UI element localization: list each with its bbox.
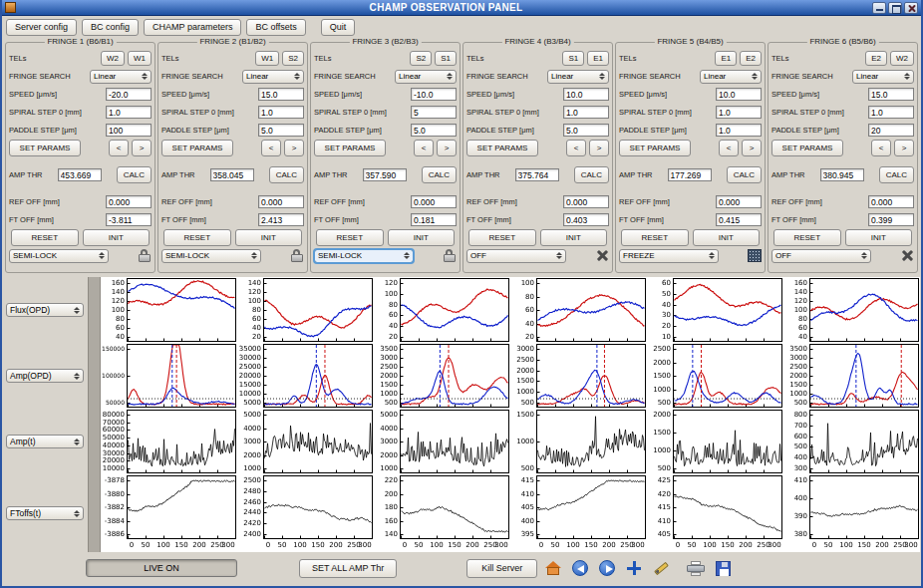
paddle-step-input[interactable] (563, 124, 609, 137)
edit-button[interactable] (650, 557, 672, 579)
spiral-step-input[interactable] (868, 106, 914, 119)
paddle-step-input[interactable] (716, 124, 762, 137)
spiral-step-input[interactable] (106, 106, 152, 119)
calc-button[interactable]: CALC (422, 166, 457, 183)
amp-thr-input[interactable] (820, 168, 864, 181)
set-params-button[interactable]: SET PARAMS (9, 140, 81, 156)
forward-button[interactable] (596, 557, 618, 579)
set-params-button[interactable]: SET PARAMS (619, 140, 691, 156)
step-prev-button[interactable]: < (719, 140, 739, 156)
quit-button[interactable]: Quit (321, 19, 356, 36)
fringe-search-select[interactable]: Linear (852, 70, 914, 84)
kill-server-button[interactable]: Kill Server (466, 559, 537, 578)
init-button[interactable]: INIT (388, 229, 456, 246)
spiral-step-input[interactable] (258, 106, 304, 119)
step-next-button[interactable]: > (742, 140, 762, 156)
mode-select[interactable]: OFF (771, 249, 871, 263)
close-button[interactable] (904, 2, 918, 14)
step-prev-button[interactable]: < (414, 140, 434, 156)
mode-select[interactable]: OFF (466, 249, 566, 263)
amp-thr-input[interactable] (58, 168, 102, 181)
speed-input[interactable] (563, 88, 609, 101)
amp-thr-input[interactable] (668, 168, 712, 181)
tel-button-1[interactable]: S2 (410, 51, 432, 66)
step-prev-button[interactable]: < (871, 140, 891, 156)
ref-off-input[interactable] (411, 195, 457, 208)
step-prev-button[interactable]: < (566, 140, 586, 156)
fringe-search-select[interactable]: Linear (547, 70, 609, 84)
paddle-step-input[interactable] (411, 124, 457, 137)
step-prev-button[interactable]: < (109, 140, 129, 156)
tel-button-2[interactable]: E1 (587, 51, 609, 66)
plot-row-select-ampopd[interactable]: Amp(OPD) (6, 369, 84, 383)
amp-thr-input[interactable] (515, 168, 559, 181)
calc-button[interactable]: CALC (879, 166, 914, 183)
set-params-button[interactable]: SET PARAMS (771, 140, 843, 156)
plot-row-select-flux[interactable]: Flux(OPD) (6, 303, 84, 317)
tel-button-1[interactable]: E1 (715, 51, 737, 66)
fringe-search-select[interactable]: Linear (700, 70, 762, 84)
speed-input[interactable] (258, 88, 304, 101)
paddle-step-input[interactable] (106, 124, 152, 137)
fringe-search-select[interactable]: Linear (90, 70, 152, 84)
print-button[interactable] (685, 557, 707, 579)
set-all-amp-thr-button[interactable]: SET ALL AMP Thr (299, 559, 397, 578)
set-params-button[interactable]: SET PARAMS (161, 140, 233, 156)
set-params-button[interactable]: SET PARAMS (466, 140, 538, 156)
spiral-step-input[interactable] (563, 106, 609, 119)
fringe-search-select[interactable]: Linear (395, 70, 457, 84)
champ-parameters-button[interactable]: CHAMP parameters (144, 19, 241, 36)
speed-input[interactable] (716, 88, 762, 101)
fringe-search-select[interactable]: Linear (242, 70, 304, 84)
reset-button[interactable]: RESET (621, 229, 689, 246)
tel-button-1[interactable]: E2 (865, 51, 887, 66)
step-next-button[interactable]: > (589, 140, 609, 156)
bc-config-button[interactable]: BC config (82, 19, 139, 36)
mode-select[interactable]: SEMI-LOCK (314, 249, 414, 263)
speed-input[interactable] (868, 88, 914, 101)
init-button[interactable]: INIT (693, 229, 761, 246)
ft-off-input[interactable] (716, 213, 762, 226)
plot-scrollbar[interactable] (88, 277, 101, 552)
save-button[interactable] (712, 557, 734, 579)
step-next-button[interactable]: > (894, 140, 914, 156)
tel-button-1[interactable]: W2 (101, 51, 125, 66)
tel-button-1[interactable]: S1 (562, 51, 584, 66)
maximize-button[interactable] (888, 2, 902, 14)
tel-button-2[interactable]: W1 (128, 51, 152, 66)
ft-off-input[interactable] (106, 213, 152, 226)
bc-offsets-button[interactable]: BC offsets (246, 19, 305, 36)
ref-off-input[interactable] (258, 195, 304, 208)
spiral-step-input[interactable] (716, 106, 762, 119)
ref-off-input[interactable] (868, 195, 914, 208)
ft-off-input[interactable] (563, 213, 609, 226)
reset-button[interactable]: RESET (316, 229, 384, 246)
plot-row-select-ftoffs[interactable]: FToffs(t) (6, 506, 84, 520)
speed-input[interactable] (411, 88, 457, 101)
titlebar[interactable]: CHAMP OBSERVATION PANEL (2, 0, 921, 16)
amp-thr-input[interactable] (210, 168, 254, 181)
server-config-button[interactable]: Server config (6, 19, 77, 36)
reset-button[interactable]: RESET (773, 229, 841, 246)
calc-button[interactable]: CALC (117, 166, 152, 183)
ref-off-input[interactable] (106, 195, 152, 208)
tel-button-2[interactable]: W2 (890, 51, 914, 66)
paddle-step-input[interactable] (868, 124, 914, 137)
set-params-button[interactable]: SET PARAMS (314, 140, 386, 156)
calc-button[interactable]: CALC (269, 166, 304, 183)
back-button[interactable] (569, 557, 591, 579)
tel-button-2[interactable]: S2 (282, 51, 304, 66)
speed-input[interactable] (106, 88, 152, 101)
init-button[interactable]: INIT (83, 229, 151, 246)
pan-button[interactable] (623, 557, 645, 579)
calc-button[interactable]: CALC (727, 166, 762, 183)
ref-off-input[interactable] (716, 195, 762, 208)
plot-row-select-ampt[interactable]: Amp(t) (6, 435, 84, 448)
init-button[interactable]: INIT (540, 229, 608, 246)
tel-button-2[interactable]: S1 (435, 51, 457, 66)
ref-off-input[interactable] (563, 195, 609, 208)
home-button[interactable] (542, 557, 564, 579)
mode-select[interactable]: FREEZE (619, 249, 719, 263)
tel-button-1[interactable]: W1 (255, 51, 279, 66)
step-next-button[interactable]: > (437, 140, 457, 156)
